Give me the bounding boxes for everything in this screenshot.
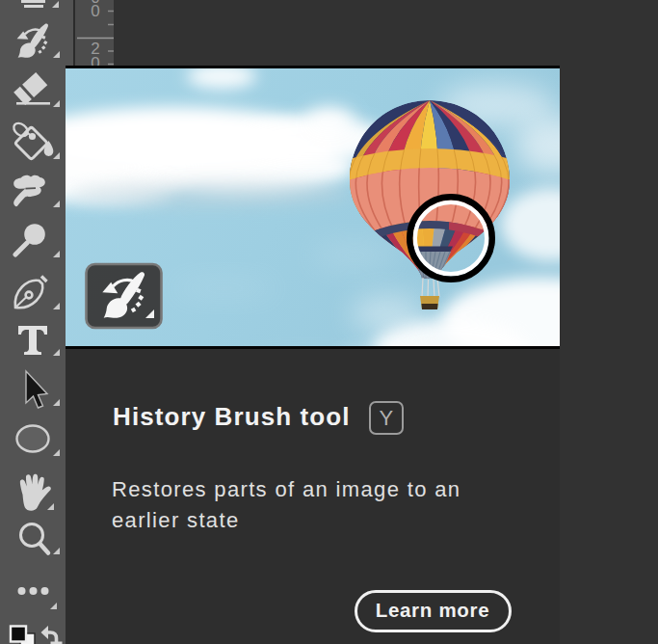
svg-text:0: 0 (91, 2, 99, 20)
